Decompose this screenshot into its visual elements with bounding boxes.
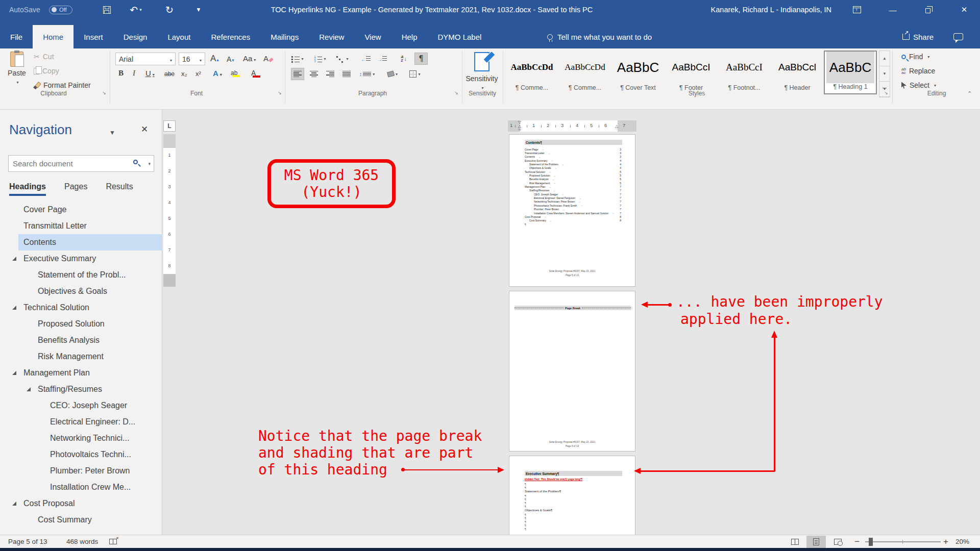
heading-item-ceo[interactable]: CEO: Joseph Seager <box>0 397 162 414</box>
minimize-button[interactable]: — <box>881 0 904 19</box>
copy-button[interactable]: Copy <box>34 67 59 75</box>
tab-headings[interactable]: Headings <box>9 182 46 196</box>
paste-dropdown[interactable] <box>15 77 18 85</box>
heading-item-contents[interactable]: Contents <box>0 234 162 251</box>
comments-button[interactable] <box>953 25 963 48</box>
search-icon[interactable] <box>133 160 138 164</box>
paste-button[interactable]: Paste <box>4 52 30 88</box>
tab-design[interactable]: Design <box>113 25 158 48</box>
heading-item-objectives-goals[interactable]: Objectives & Goals <box>0 283 162 299</box>
font-name-combobox[interactable]: Arial <box>115 53 176 65</box>
autosave-toggle[interactable]: Off <box>49 0 72 19</box>
align-center-button[interactable] <box>307 68 321 80</box>
highlight-color-button[interactable]: ab <box>231 69 237 77</box>
share-button[interactable]: Share <box>902 25 934 48</box>
navigation-options-dropdown[interactable]: ▼ <box>109 129 115 136</box>
subscript-button[interactable]: x₂ <box>181 70 187 78</box>
heading-item-statement-of-problem[interactable]: Statement of the Probl... <box>0 267 162 283</box>
read-mode-button[interactable] <box>785 536 804 548</box>
proofing-errors-button[interactable] <box>109 535 117 548</box>
zoom-out-button[interactable]: − <box>854 535 860 548</box>
align-right-button[interactable] <box>324 68 337 80</box>
style-header[interactable]: AaBbCcl¶ Header <box>771 51 824 94</box>
cut-button[interactable]: ✂Cut <box>34 53 54 61</box>
shading-button[interactable] <box>386 68 399 80</box>
grow-font-button[interactable]: A <box>210 54 219 64</box>
tab-stop-selector[interactable]: L <box>163 120 176 132</box>
web-layout-button[interactable] <box>828 536 847 548</box>
tab-dymo-label[interactable]: DYMO Label <box>428 25 492 48</box>
strikethrough-button[interactable]: abe <box>164 70 175 78</box>
heading-item-management-plan[interactable]: Management Plan <box>0 365 162 381</box>
change-case-button[interactable]: Aa <box>243 54 256 63</box>
tab-mailings[interactable]: Mailings <box>260 25 309 48</box>
search-dropdown[interactable]: ▾ <box>148 161 151 166</box>
select-button[interactable]: Select <box>901 81 936 89</box>
bold-button[interactable]: B <box>118 69 124 78</box>
clipboard-dialog-launcher[interactable]: ↘ <box>101 90 107 96</box>
page-thumbnail-7[interactable]: Executive Summary¶ Hidden Text: This Sho… <box>509 456 635 535</box>
replace-button[interactable]: abacReplace <box>901 67 935 75</box>
show-formatting-marks-button[interactable]: ¶ <box>414 53 428 65</box>
page-thumbnail-5[interactable]: Contents¶ Cover Page→3 Transmittal Lette… <box>509 134 635 287</box>
horizontal-ruler[interactable]: 1 ▽ △ ▭ 1 2 3 4 5 6 △ 7 <box>508 120 636 132</box>
heading-item-technical-solution[interactable]: Technical Solution <box>0 299 162 316</box>
page-thumbnail-6[interactable]: Page Break Solar Energy Proposal #9157, … <box>509 291 635 452</box>
tab-references[interactable]: References <box>201 25 260 48</box>
tab-review[interactable]: Review <box>309 25 354 48</box>
redo-button[interactable]: ↻ <box>161 0 178 19</box>
style-footer[interactable]: AaBbCcI¶ Footer <box>665 51 718 94</box>
styles-dialog-launcher[interactable]: ↘ <box>883 90 889 96</box>
text-effects-button[interactable]: A <box>213 69 222 78</box>
tab-home[interactable]: Home <box>33 25 74 48</box>
right-indent-marker[interactable]: △ <box>615 125 618 128</box>
heading-item-transmittal-letter[interactable]: Transmittal Letter <box>0 218 162 234</box>
tab-file[interactable]: File <box>0 25 33 48</box>
heading-item-cost-proposal[interactable]: Cost Proposal <box>0 495 162 512</box>
numbering-button[interactable] <box>313 53 327 65</box>
style-comment-1[interactable]: AaBbCcDd¶ Comme... <box>505 51 558 94</box>
restore-button[interactable] <box>917 0 940 19</box>
collapse-ribbon-button[interactable]: ⌃ <box>967 90 972 97</box>
styles-scroll-up-button[interactable]: ▲ <box>879 51 890 66</box>
tab-help[interactable]: Help <box>391 25 428 48</box>
underline-button[interactable]: U <box>145 69 155 78</box>
style-heading-1[interactable]: AaBbC¶ Heading 1 <box>824 51 877 94</box>
save-button[interactable] <box>98 0 115 19</box>
heading-item-cost-summary[interactable]: Cost Summary <box>0 512 162 528</box>
word-count[interactable]: 468 words <box>66 535 98 548</box>
heading-item-executive-summary[interactable]: Executive Summary <box>0 251 162 267</box>
bullets-button[interactable] <box>291 53 304 65</box>
tab-pages[interactable]: Pages <box>64 182 87 196</box>
justify-button[interactable] <box>340 68 353 80</box>
collapse-triangle-icon[interactable] <box>12 371 16 375</box>
heading-item-installation-crew[interactable]: Installation Crew Me... <box>0 479 162 495</box>
search-input[interactable] <box>13 156 130 171</box>
tab-results[interactable]: Results <box>106 182 133 196</box>
close-button[interactable]: ✕ <box>952 0 976 19</box>
line-spacing-button[interactable]: ↕ <box>360 68 374 80</box>
tab-insert[interactable]: Insert <box>74 25 113 48</box>
page-indicator[interactable]: Page 5 of 13 <box>8 535 47 548</box>
heading-item-electrical-engineer[interactable]: Electrical Engineer: D... <box>0 414 162 430</box>
zoom-slider-thumb[interactable] <box>869 538 873 546</box>
heading-item-risk-management[interactable]: Risk Management <box>0 348 162 365</box>
heading-item-cover-page[interactable]: Cover Page <box>0 202 162 218</box>
align-left-button[interactable] <box>291 68 304 80</box>
undo-button[interactable]: ↶ <box>124 0 148 19</box>
shrink-font-button[interactable]: A <box>227 55 234 63</box>
decrease-indent-button[interactable] <box>359 53 373 65</box>
style-comment-2[interactable]: AaBbCcDd¶ Comme... <box>558 51 611 94</box>
ribbon-display-options-button[interactable] <box>845 0 869 19</box>
zoom-level[interactable]: 20% <box>955 535 969 548</box>
tab-view[interactable]: View <box>354 25 391 48</box>
format-painter-button[interactable]: Format Painter <box>34 81 91 89</box>
style-footnote[interactable]: AaBbCcI¶ Footnot... <box>718 51 771 94</box>
zoom-slider-track[interactable] <box>865 541 941 542</box>
sort-button[interactable]: AZ↓ <box>397 53 410 65</box>
multilevel-list-button[interactable] <box>336 53 349 65</box>
style-cover-text[interactable]: AaBbC¶ Cover Text <box>611 51 665 94</box>
collapse-triangle-icon[interactable] <box>12 257 16 261</box>
superscript-button[interactable]: x² <box>195 70 201 78</box>
font-dialog-launcher[interactable]: ↘ <box>277 90 283 96</box>
